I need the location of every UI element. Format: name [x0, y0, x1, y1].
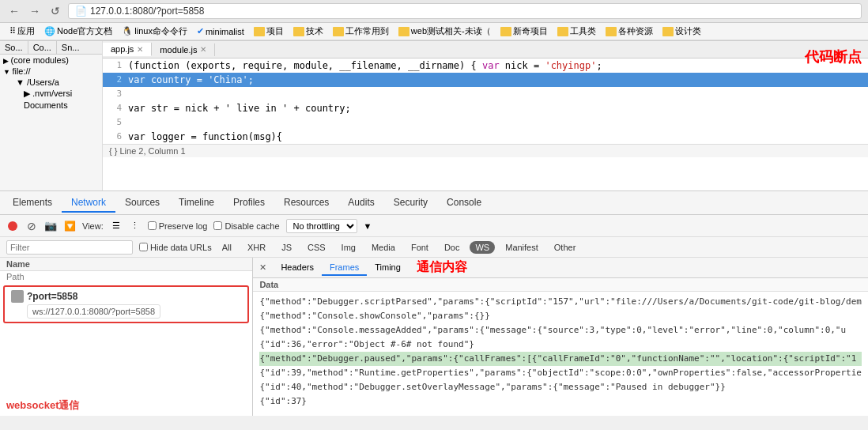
sources-tab-sn[interactable]: Sn...: [57, 41, 85, 54]
filter-all[interactable]: All: [217, 241, 237, 254]
ws-file-icon: [11, 290, 24, 303]
tab-elements[interactable]: Elements: [3, 194, 62, 213]
annotation-code-breakpoint: 代码断点: [805, 47, 862, 66]
bookmark-tools[interactable]: 工具类: [554, 25, 599, 38]
close-tab-appjs-icon[interactable]: ✕: [137, 45, 143, 54]
code-tab-appjs[interactable]: app.js ✕: [103, 43, 152, 56]
bookmark-design[interactable]: 设计类: [659, 25, 704, 38]
code-editor: 1 (function (exports, require, module, _…: [103, 58, 868, 144]
reload-button[interactable]: ↺: [47, 3, 63, 19]
code-section: So... Co... Sn... (core modules) file://…: [0, 41, 868, 191]
view-label: View:: [82, 221, 104, 231]
data-line-2: {"method":"Console.messageAdded","params…: [259, 323, 862, 338]
tab-console[interactable]: Console: [437, 194, 491, 213]
camera-icon[interactable]: 📷: [44, 220, 57, 232]
filter-input[interactable]: [6, 240, 133, 255]
page-icon: 📄: [75, 6, 87, 17]
devtools-tabs-bar: Elements Network Sources Timeline Profil…: [0, 191, 868, 215]
bookmark-linux[interactable]: 🐧 linux命令令行: [119, 25, 191, 38]
forward-button[interactable]: →: [27, 3, 43, 19]
filter-icon[interactable]: 🔽: [63, 220, 76, 232]
filter-bar: Hide data URLs All XHR JS CSS Img Media …: [0, 237, 868, 258]
hide-data-urls-checkbox[interactable]: [139, 243, 148, 251]
tab-profiles[interactable]: Profiles: [224, 194, 274, 213]
network-item-ws[interactable]: ?port=5858 ws://127.0.0.1:8080/?port=585…: [3, 285, 249, 323]
record-button[interactable]: [6, 220, 19, 232]
file-tree: (core modules) file:// ▼ /Users/a ▶ .nvm…: [0, 55, 102, 111]
filter-other[interactable]: Other: [549, 241, 582, 254]
disable-cache-checkbox[interactable]: [213, 221, 222, 230]
tab-sources[interactable]: Sources: [115, 194, 169, 213]
tab-timeline[interactable]: Timeline: [169, 194, 224, 213]
path-column-header: Path: [0, 271, 252, 282]
address-bar[interactable]: 📄 127.0.0.1:8080/?port=5858: [68, 3, 862, 19]
record-icon: [8, 221, 17, 231]
data-line-3: {"id":36,"error":"Object #-6# not found"…: [259, 338, 862, 352]
tab-network[interactable]: Network: [62, 194, 115, 213]
throttle-select[interactable]: No throttling: [286, 219, 357, 233]
bookmark-node[interactable]: 🌐 Node官方文档: [41, 25, 115, 38]
close-tab-modulejs-icon[interactable]: ✕: [200, 45, 206, 54]
nav-bar: ← → ↺ 📄 127.0.0.1:8080/?port=5858: [0, 0, 868, 23]
code-tabs: app.js ✕ module.js ✕: [103, 41, 868, 58]
filter-manifest[interactable]: Manifest: [500, 241, 544, 254]
code-tab-modulejs[interactable]: module.js ✕: [152, 43, 215, 56]
bookmark-web[interactable]: web测试相关-未读（: [395, 25, 494, 38]
sources-tab-co[interactable]: Co...: [28, 41, 57, 54]
filter-xhr[interactable]: XHR: [242, 241, 271, 254]
bookmark-new[interactable]: 新奇项目: [497, 25, 551, 38]
tab-resources[interactable]: Resources: [274, 194, 338, 213]
annotation-comm-content: 通信内容: [417, 259, 467, 276]
detail-tab-headers[interactable]: Headers: [273, 260, 322, 276]
preserve-log-checkbox[interactable]: [148, 221, 157, 230]
bookmark-minimalist[interactable]: ✔ minimalist: [194, 25, 247, 37]
detail-panel: ✕ Headers Frames Timing 通信内容 Data {"meth…: [253, 258, 868, 416]
bookmark-project[interactable]: 项目: [251, 25, 287, 38]
data-line-6: {"id":40,"method":"Debugger.setOverlayMe…: [259, 380, 862, 394]
filter-js[interactable]: JS: [276, 241, 297, 254]
address-text: 127.0.0.1:8080/?port=5858: [90, 6, 204, 17]
preserve-log-option: Preserve log: [148, 221, 208, 231]
sources-tab-so[interactable]: So...: [0, 41, 28, 54]
data-line-4: {"method":"Debugger.paused","params":{"c…: [259, 352, 862, 366]
file-tree-file[interactable]: file://: [0, 66, 102, 77]
bookmark-apps[interactable]: ⠿ 应用: [6, 25, 38, 38]
filter-ws[interactable]: WS: [470, 241, 495, 254]
filter-css[interactable]: CSS: [302, 241, 331, 254]
network-list: Name Path ?port=5858 ws://127.0.0.1:8080…: [0, 258, 253, 416]
status-line: { } Line 2, Column 1: [103, 144, 868, 157]
list-view-icon[interactable]: ☰: [110, 220, 123, 232]
back-button[interactable]: ←: [6, 3, 22, 19]
tab-audits[interactable]: Audits: [338, 194, 383, 213]
code-sidebar: So... Co... Sn... (core modules) file://…: [0, 41, 103, 190]
bookmark-tech[interactable]: 技术: [290, 25, 326, 38]
detail-close-icon[interactable]: ✕: [259, 262, 266, 273]
network-items: ?port=5858 ws://127.0.0.1:8080/?port=585…: [0, 282, 252, 392]
filter-media[interactable]: Media: [366, 241, 401, 254]
file-tree-users[interactable]: ▼ /Users/a: [0, 77, 102, 88]
data-line-0: {"method":"Debugger.scriptParsed","param…: [259, 295, 862, 309]
file-tree-core-modules[interactable]: (core modules): [0, 55, 102, 66]
detail-tab-frames[interactable]: Frames: [322, 260, 367, 276]
hide-data-urls-option: Hide data URLs: [139, 243, 212, 252]
filter-img[interactable]: Img: [336, 241, 361, 254]
data-line-1: {"method":"Console.showConsole","params"…: [259, 309, 862, 323]
code-line-6: 6 var logger = function(msg){: [103, 130, 868, 144]
filter-font[interactable]: Font: [406, 241, 434, 254]
filter-options: Hide data URLs All XHR JS CSS Img Media …: [139, 241, 581, 254]
throttle-arrow-icon: ▼: [364, 221, 372, 231]
detail-tab-timing[interactable]: Timing: [367, 260, 409, 276]
filter-doc[interactable]: Doc: [439, 241, 466, 254]
bookmark-resources[interactable]: 各种资源: [602, 25, 656, 38]
file-tree-nvm[interactable]: ▶ .nvm/versi: [0, 88, 102, 100]
name-column-header: Name: [6, 259, 246, 269]
tab-security[interactable]: Security: [384, 194, 437, 213]
grid-view-icon[interactable]: ⋮: [129, 220, 142, 232]
file-tree-documents[interactable]: Documents: [0, 100, 102, 111]
bookmark-work[interactable]: 工作常用到: [330, 25, 392, 38]
browser-chrome: ← → ↺ 📄 127.0.0.1:8080/?port=5858 ⠿ 应用 🌐…: [0, 0, 868, 41]
network-main: Name Path ?port=5858 ws://127.0.0.1:8080…: [0, 258, 868, 416]
code-line-4: 4 var str = nick + ' live in ' + country…: [103, 101, 868, 115]
detail-tabs: ✕ Headers Frames Timing 通信内容: [253, 258, 868, 278]
clear-button[interactable]: ⊘: [25, 220, 38, 232]
